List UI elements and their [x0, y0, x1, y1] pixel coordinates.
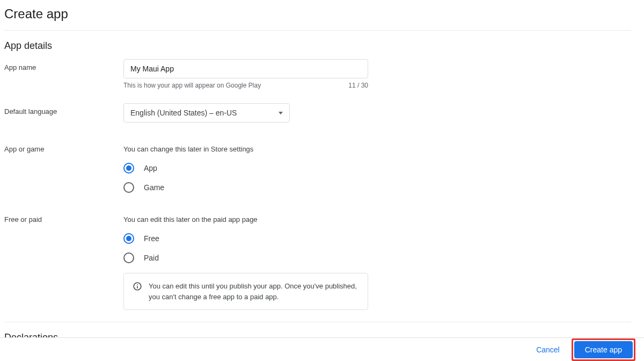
create-app-button[interactable]: Create app — [574, 341, 633, 358]
cancel-button[interactable]: Cancel — [531, 341, 565, 358]
default-language-value: English (United States) – en-US — [130, 109, 237, 117]
radio-game[interactable]: Game — [123, 182, 631, 193]
radio-label: Free — [144, 234, 159, 243]
info-icon — [133, 281, 142, 291]
divider — [4, 30, 631, 31]
label-app-or-game: App or game — [4, 145, 123, 153]
radio-free[interactable]: Free — [123, 233, 631, 244]
label-free-or-paid: Free or paid — [4, 215, 123, 223]
highlight-box: Create app — [572, 338, 635, 361]
chevron-down-icon — [279, 112, 283, 114]
hint-free-or-paid: You can edit this later on the paid app … — [123, 215, 631, 223]
hint-app-or-game: You can change this later in Store setti… — [123, 145, 631, 153]
radio-icon — [123, 182, 134, 193]
label-app-name: App name — [4, 59, 123, 71]
default-language-select[interactable]: English (United States) – en-US — [123, 103, 290, 122]
info-text: You can edit this until you publish your… — [149, 281, 359, 302]
info-box-free-paid: You can edit this until you publish your… — [123, 273, 368, 310]
radio-label: App — [144, 164, 157, 172]
radio-app[interactable]: App — [123, 163, 631, 174]
app-name-input[interactable] — [123, 59, 368, 78]
app-name-counter: 11 / 30 — [348, 82, 368, 89]
label-default-language: Default language — [4, 103, 123, 115]
radio-icon — [123, 252, 134, 263]
section-app-details: App details — [4, 40, 631, 52]
divider — [4, 322, 631, 322]
radio-label: Paid — [144, 254, 159, 262]
app-name-helper: This is how your app will appear on Goog… — [123, 82, 261, 89]
footer-bar: Cancel Create app — [0, 337, 644, 361]
radio-icon — [123, 163, 134, 174]
radio-label: Game — [144, 183, 164, 192]
radio-icon — [123, 233, 134, 244]
radio-paid[interactable]: Paid — [123, 252, 631, 263]
page-title: Create app — [4, 4, 631, 30]
